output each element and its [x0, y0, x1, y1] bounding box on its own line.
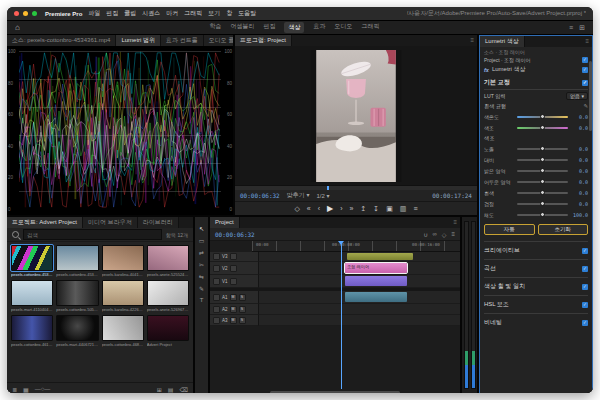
panel-menu-icon[interactable]: ≡ [582, 36, 592, 47]
panel-menu-icon[interactable]: ≡ [450, 217, 460, 228]
panel-menu-icon[interactable]: ≡ [467, 35, 477, 46]
track-lock-icon[interactable] [213, 294, 220, 301]
tab-project[interactable]: 프로젝트: Advert Project [7, 217, 83, 228]
slider-value[interactable]: 0.0 [571, 179, 588, 185]
project-item[interactable]: pexels-cottonbro-4534849.mp4 [56, 245, 98, 277]
tab-sequence[interactable]: Project [210, 217, 240, 228]
track-lock-icon[interactable] [213, 265, 220, 272]
track-header-a2[interactable]: A2MS [210, 304, 259, 315]
workspace-tab-effects[interactable]: 효과 [313, 22, 325, 33]
section-checkbox[interactable]: ✓ [582, 266, 588, 272]
vertical-scrollbar[interactable] [589, 61, 592, 131]
tab-audio-clip-mixer[interactable]: 오디오 클립 믹서: Project [204, 35, 233, 46]
slider-value[interactable]: 0.0 [571, 201, 588, 207]
section-hsl-secondary[interactable]: HSL 보조✓ [484, 295, 588, 313]
step-back-icon[interactable]: ‹ [318, 205, 320, 212]
section-enabled-checkbox[interactable]: ✓ [582, 80, 588, 86]
track-lock-icon[interactable] [213, 317, 220, 324]
track-v1[interactable] [259, 275, 460, 288]
section-color-wheels[interactable]: 색상 휠 및 일치✓ [484, 277, 588, 295]
menu-window[interactable]: 창 [226, 9, 232, 18]
project-item[interactable]: pexels-anete-5269670.mp4 [147, 280, 189, 312]
add-marker-icon[interactable]: ◇ [442, 231, 447, 238]
clip-video[interactable] [345, 276, 407, 286]
solo-button[interactable]: S [239, 306, 246, 313]
menu-clip[interactable]: 클립 [124, 9, 136, 18]
slider-value[interactable]: 0.0 [571, 168, 588, 174]
timeline-playhead[interactable] [341, 241, 342, 389]
step-forward-icon[interactable]: › [340, 205, 342, 212]
program-scrub-bar[interactable] [235, 185, 477, 190]
linked-selection-icon[interactable]: ∞ [433, 231, 437, 238]
track-header-v2[interactable]: V2 [210, 262, 259, 275]
section-checkbox[interactable]: ✓ [582, 284, 588, 290]
track-header-v1[interactable]: V1 [210, 275, 259, 288]
track-visibility-icon[interactable] [230, 253, 237, 260]
mute-button[interactable]: M [230, 294, 237, 301]
menu-help[interactable]: 도움말 [238, 9, 256, 18]
zoom-window-button[interactable] [32, 11, 37, 16]
slider-knob[interactable] [540, 179, 545, 184]
project-item[interactable]: pexels-anete-5255245.mp4 [147, 245, 189, 277]
input-lut-dropdown[interactable]: 없음 ▾ [566, 92, 588, 100]
slider-knob[interactable] [540, 125, 545, 130]
track-v2[interactable]: 조정 레이어 [259, 262, 460, 275]
menu-sequence[interactable]: 시퀀스 [142, 9, 160, 18]
project-item[interactable]: pexels-cottonbro-4534361.mp4 [11, 245, 53, 277]
effect-enabled-checkbox[interactable]: ✓ [582, 57, 588, 63]
slider-value[interactable]: 0.0 [571, 157, 588, 163]
auto-button[interactable]: 자동 [484, 224, 535, 235]
lift-icon[interactable]: ↥ [360, 205, 366, 213]
track-v3[interactable] [259, 252, 460, 262]
section-checkbox[interactable]: ✓ [582, 302, 588, 308]
icon-view-icon[interactable]: ▦ [23, 386, 29, 393]
project-item[interactable]: Advert Project [147, 315, 189, 347]
track-header-a3[interactable]: A3MS [210, 315, 259, 326]
project-item[interactable]: pexels-cottonbro-4614227.mp4 [11, 315, 53, 347]
menu-graphics[interactable]: 그래픽 [184, 9, 202, 18]
workspace-tab-color[interactable]: 색상 [284, 22, 304, 33]
new-bin-icon[interactable]: ⊞ [157, 386, 162, 393]
play-icon[interactable]: ▶ [327, 204, 333, 213]
tab-program-monitor[interactable]: 프로그램: Project [235, 35, 292, 46]
temperature-slider[interactable] [517, 116, 568, 118]
program-timecode[interactable]: 00:00:06:32 [240, 192, 280, 199]
menu-file[interactable]: 파일 [88, 9, 100, 18]
workspace-tab-editing[interactable]: 편집 [263, 22, 275, 33]
workspace-tab-learning[interactable]: 학습 [209, 22, 221, 33]
timeline-body[interactable]: 00:00 00:00:08:00 00:00:16:00 V3 V2 [210, 241, 460, 393]
slider-value[interactable]: 0.0 [571, 146, 588, 152]
clip-audio[interactable] [345, 292, 407, 302]
go-to-out-icon[interactable]: » [350, 205, 354, 212]
program-playhead[interactable] [327, 186, 329, 190]
highlights-slider[interactable] [517, 170, 568, 172]
slider-knob[interactable] [540, 201, 545, 206]
home-icon[interactable]: ⌂ [15, 23, 20, 32]
export-frame-icon[interactable]: ▣ [386, 205, 393, 213]
solo-button[interactable]: S [239, 294, 246, 301]
resolution-dropdown[interactable]: 1/2 ▾ [316, 192, 329, 199]
snap-icon[interactable]: ∪ [423, 231, 427, 238]
track-lock-icon[interactable] [213, 306, 220, 313]
close-window-button[interactable] [14, 11, 19, 16]
timeline-timecode[interactable]: 00:00:06:32 [215, 231, 255, 238]
project-item[interactable]: pexels-karolina-4226863.mp4 [102, 280, 144, 312]
quick-export-icon[interactable]: ⊞ [579, 24, 585, 32]
slider-knob[interactable] [540, 146, 545, 151]
slider-knob[interactable] [540, 190, 545, 195]
blacks-slider[interactable] [517, 203, 568, 205]
timeline-ruler[interactable]: 00:00 00:00:08:00 00:00:16:00 [252, 241, 460, 252]
clip-adjustment-layer[interactable]: 조정 레이어 [345, 263, 407, 273]
section-checkbox[interactable]: ✓ [582, 248, 588, 254]
track-visibility-icon[interactable] [230, 278, 237, 285]
menu-marker[interactable]: 마커 [166, 9, 178, 18]
project-item[interactable]: pexels-cottonbro-5053835.mp4 [56, 280, 98, 312]
slider-value[interactable]: 100.0 [571, 212, 588, 218]
menu-premiere-pro[interactable]: Premiere Pro [45, 11, 82, 17]
section-checkbox[interactable]: ✓ [582, 320, 588, 326]
slider-knob[interactable] [540, 114, 545, 119]
timeline-settings-icon[interactable]: ≡ [451, 231, 455, 238]
slider-value[interactable]: 0.0 [571, 125, 588, 131]
pen-tool-icon[interactable]: ✎ [199, 285, 204, 292]
list-view-icon[interactable]: ≣ [12, 386, 17, 393]
